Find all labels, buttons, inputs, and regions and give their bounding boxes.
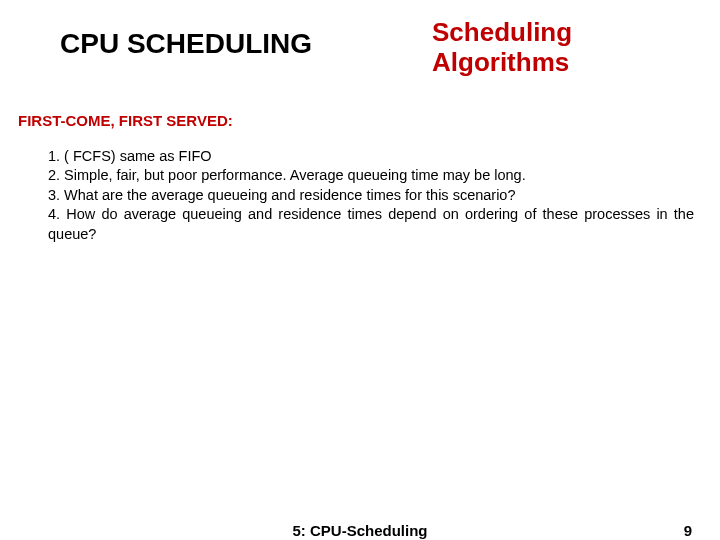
title-right-line1: Scheduling [432,17,572,47]
list-item: 4. How do average queueing and residence… [48,205,694,244]
body-list: 1. ( FCFS) same as FIFO 2. Simple, fair,… [0,129,720,245]
list-item: 3. What are the average queueing and res… [48,186,694,206]
slide-header: CPU SCHEDULING Scheduling Algorithms [0,0,720,78]
footer-center-text: 5: CPU-Scheduling [292,522,427,539]
title-right-line2: Algorithms [432,47,569,77]
page-number: 9 [684,522,692,539]
slide-title-left: CPU SCHEDULING [60,28,312,60]
list-item: 1. ( FCFS) same as FIFO [48,147,694,167]
slide-title-right: Scheduling Algorithms [432,18,572,78]
section-heading: FIRST-COME, FIRST SERVED: [0,78,720,129]
list-item: 2. Simple, fair, but poor performance. A… [48,166,694,186]
